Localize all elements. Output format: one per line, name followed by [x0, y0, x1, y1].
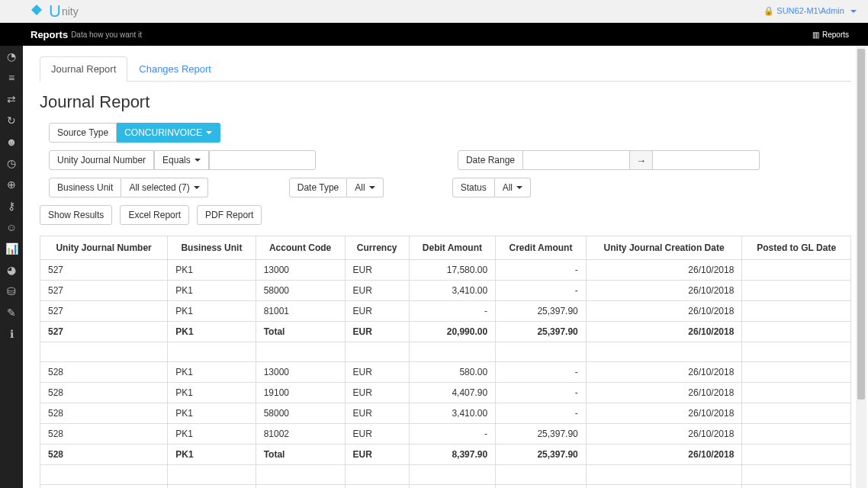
cell-cur: EUR — [345, 485, 409, 489]
date-type-label: Date Type — [289, 178, 347, 197]
topbar: Unity 🔒 SUN62-M1\Admin — [0, 0, 868, 23]
col-credit[interactable]: Credit Amount — [496, 236, 587, 260]
cell-debit: 8,397.90 — [409, 445, 495, 465]
blank-cell — [40, 465, 168, 485]
swap-icon[interactable]: ⇄ — [0, 88, 23, 110]
date-to-input[interactable] — [653, 150, 760, 170]
col-debit[interactable]: Debit Amount — [409, 236, 495, 260]
ujn-input[interactable] — [209, 150, 316, 170]
col-created[interactable]: Unity Journal Creation Date — [586, 236, 742, 260]
cell-created: 26/10/2018 — [586, 424, 742, 445]
brand-u: U — [49, 2, 61, 21]
loop-icon[interactable]: ↻ — [0, 110, 23, 131]
show-results-button[interactable]: Show Results — [40, 205, 112, 225]
cell-credit: - — [496, 362, 587, 383]
chart-small-icon: ▥ — [812, 30, 819, 39]
cell-bu: PK1 — [168, 362, 256, 383]
source-type-label: Source Type — [49, 123, 117, 143]
date-type-group: Date Type All — [289, 178, 384, 197]
business-unit-dropdown[interactable]: All selected (7) — [121, 178, 207, 197]
blank-cell — [409, 342, 495, 362]
date-from-input[interactable] — [523, 150, 630, 170]
users-icon[interactable]: ☻ — [0, 131, 23, 152]
main-panel: Journal Report Changes Report Journal Re… — [23, 46, 868, 488]
table-row: 529PK113000EUR17,580.00-26/10/2018 — [40, 485, 851, 489]
group-icon[interactable]: ☺ — [0, 217, 23, 238]
brand-rest: nity — [62, 5, 79, 18]
tab-journal-report[interactable]: Journal Report — [40, 56, 127, 82]
journal-table: Unity Journal Number Business Unit Accou… — [40, 236, 851, 488]
svg-marker-0 — [31, 5, 42, 15]
cell-acc: Total — [256, 322, 345, 342]
blank-cell — [496, 342, 587, 362]
chart-icon[interactable]: 📊 — [0, 238, 23, 259]
pdf-report-button[interactable]: PDF Report — [197, 205, 262, 225]
cell-credit: - — [496, 281, 587, 301]
status-label: Status — [452, 178, 495, 197]
cell-ujn: 528 — [40, 445, 168, 465]
date-range-group: Date Range → — [458, 150, 760, 170]
cell-cur: EUR — [345, 322, 409, 342]
blank-cell — [345, 342, 409, 362]
date-type-dropdown[interactable]: All — [347, 178, 383, 197]
col-cur[interactable]: Currency — [345, 236, 409, 260]
col-ujn[interactable]: Unity Journal Number — [40, 236, 168, 260]
cell-cur: EUR — [345, 424, 409, 445]
cell-debit: 20,990.00 — [409, 322, 495, 342]
pie-icon[interactable]: ◕ — [0, 259, 23, 281]
table-row: 528PK119100EUR4,407.90-26/10/2018 — [40, 383, 851, 403]
table-row: 527PK113000EUR17,580.00-26/10/2018 — [40, 260, 851, 281]
cell-posted — [742, 281, 851, 301]
user-menu[interactable]: 🔒 SUN62-M1\Admin — [764, 6, 857, 16]
excel-report-button[interactable]: Excel Report — [120, 205, 189, 225]
dashboard-icon[interactable]: ◔ — [0, 46, 23, 67]
cell-posted — [742, 403, 851, 424]
col-bu[interactable]: Business Unit — [168, 236, 256, 260]
cell-bu: PK1 — [168, 383, 256, 403]
cell-posted: 26/10/2018 — [742, 485, 851, 489]
col-posted[interactable]: Posted to GL Date — [742, 236, 851, 260]
key-icon[interactable]: ⚷ — [0, 195, 23, 217]
cell-bu: PK1 — [168, 281, 256, 301]
caret-down-icon — [516, 186, 522, 189]
cell-debit: 17,580.00 — [409, 485, 495, 489]
cell-created: 26/10/2018 — [586, 281, 742, 301]
table-header-row: Unity Journal Number Business Unit Accou… — [40, 236, 851, 260]
scrollbar-track[interactable] — [856, 46, 866, 488]
status-value: All — [503, 182, 513, 193]
clock-icon[interactable]: ◷ — [0, 152, 23, 174]
table-row: 528PK1TotalEUR8,397.9025,397.9026/10/201… — [40, 445, 851, 465]
source-type-value: CONCURINVOICE — [124, 127, 202, 138]
blank-cell — [409, 465, 495, 485]
brand-logo: Unity — [49, 2, 79, 21]
cell-created: 26/10/2018 — [586, 362, 742, 383]
cell-posted — [742, 322, 851, 342]
scrollbar-thumb[interactable] — [857, 49, 865, 400]
tab-changes-report[interactable]: Changes Report — [127, 56, 223, 81]
list-icon[interactable]: ≡ — [0, 67, 23, 88]
source-type-group: Source Type CONCURINVOICE — [49, 123, 220, 143]
status-dropdown[interactable]: All — [495, 178, 531, 197]
breadcrumb-right: ▥ Reports — [812, 30, 849, 39]
info-icon[interactable]: ℹ — [0, 323, 23, 345]
col-acc[interactable]: Account Code — [256, 236, 345, 260]
cell-ujn: 527 — [40, 281, 168, 301]
cell-ujn: 528 — [40, 424, 168, 445]
cell-ujn: 528 — [40, 362, 168, 383]
source-type-dropdown[interactable]: CONCURINVOICE — [117, 123, 220, 143]
cell-debit: 4,407.90 — [409, 383, 495, 403]
table-row — [40, 342, 851, 362]
ujn-operator-dropdown[interactable]: Equals — [154, 150, 209, 170]
edit-icon[interactable]: ✎ — [0, 302, 23, 323]
ujn-label: Unity Journal Number — [49, 150, 154, 170]
cell-debit: 17,580.00 — [409, 260, 495, 281]
blank-cell — [742, 465, 851, 485]
cell-created: 26/10/2018 — [586, 301, 742, 322]
cell-bu: PK1 — [168, 445, 256, 465]
cell-created: 26/10/2018 — [586, 445, 742, 465]
blank-cell — [345, 465, 409, 485]
cell-credit: - — [496, 403, 587, 424]
globe-icon[interactable]: ⊕ — [0, 174, 23, 195]
database-icon[interactable]: ⛁ — [0, 281, 23, 302]
date-range-label: Date Range — [458, 150, 523, 170]
